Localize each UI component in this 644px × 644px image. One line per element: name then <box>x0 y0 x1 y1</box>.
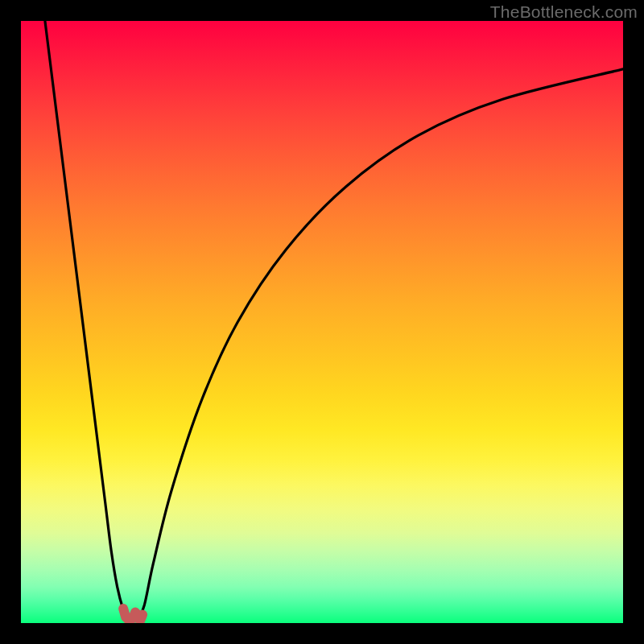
dip-marker <box>123 609 142 621</box>
plot-area <box>21 21 623 623</box>
outer-frame: TheBottleneck.com <box>0 0 644 644</box>
curve-layer <box>21 21 623 623</box>
watermark-text: TheBottleneck.com <box>490 2 638 22</box>
curve-left-branch <box>45 21 128 620</box>
curve-right-branch <box>138 69 623 620</box>
